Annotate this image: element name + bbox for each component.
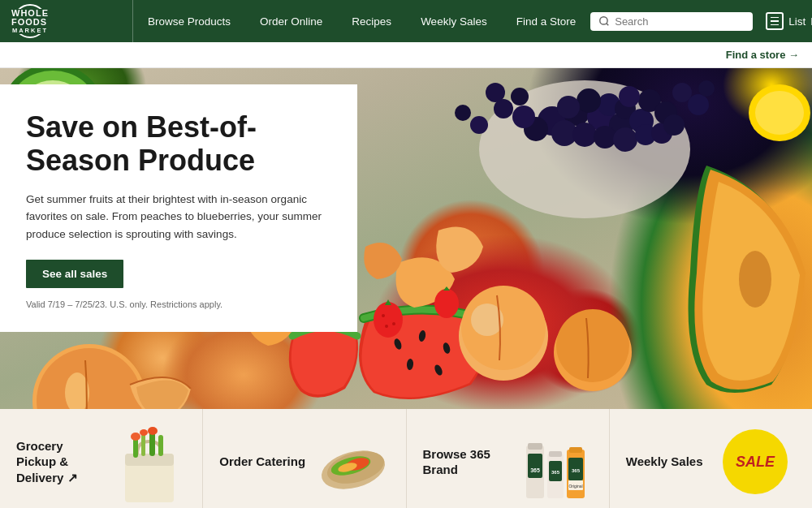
list-line-1 bbox=[771, 17, 779, 19]
svg-text:365: 365 bbox=[530, 467, 540, 473]
svg-rect-88 bbox=[569, 447, 582, 453]
nav-recipes[interactable]: Recipes bbox=[337, 0, 406, 42]
svg-point-19 bbox=[512, 105, 535, 128]
svg-rect-80 bbox=[528, 443, 542, 450]
svg-point-27 bbox=[698, 80, 715, 97]
nav-order-online[interactable]: Order Online bbox=[245, 0, 337, 42]
logo-area[interactable]: WHOLE FOODS MARKET bbox=[13, 0, 133, 42]
logo[interactable]: WHOLE FOODS MARKET bbox=[13, 4, 47, 38]
list-login-button[interactable]: List Login bbox=[759, 12, 812, 30]
svg-point-71 bbox=[148, 427, 158, 435]
svg-point-28 bbox=[470, 116, 488, 134]
svg-point-56 bbox=[392, 322, 395, 325]
wrap-illustration bbox=[317, 425, 390, 498]
list-line-3 bbox=[771, 24, 779, 26]
sale-badge: SALE bbox=[723, 429, 788, 494]
svg-rect-84 bbox=[549, 451, 562, 457]
hero-title: Save on Best-of-Season Produce bbox=[26, 110, 325, 178]
see-all-sales-button[interactable]: See all sales bbox=[26, 260, 123, 288]
list-lines-icon bbox=[771, 17, 779, 26]
card-browse-365[interactable]: Browse 365 Brand 365 365 365 O bbox=[407, 409, 610, 508]
svg-point-16 bbox=[613, 127, 637, 152]
search-icon bbox=[598, 15, 610, 27]
svg-point-15 bbox=[594, 126, 616, 149]
card-catering-label: Order Catering bbox=[219, 454, 305, 470]
svg-point-30 bbox=[486, 83, 505, 102]
card-grocery-pickup[interactable]: Grocery Pickup & Delivery ↗ bbox=[0, 409, 203, 508]
card-weekly-sales[interactable]: Weekly Sales SALE bbox=[610, 409, 812, 508]
svg-point-57 bbox=[385, 325, 388, 328]
card-catering-image bbox=[317, 425, 390, 498]
nav-browse-products[interactable]: Browse Products bbox=[133, 0, 245, 42]
nav-find-a-store[interactable]: Find a Store bbox=[502, 0, 591, 42]
list-icon bbox=[766, 12, 784, 30]
svg-point-0 bbox=[600, 17, 607, 24]
store-bar: Find a store → bbox=[0, 42, 812, 68]
svg-point-54 bbox=[374, 302, 403, 338]
hero-description: Get summer fruits at their brightest wit… bbox=[26, 191, 325, 243]
svg-rect-68 bbox=[158, 435, 163, 456]
svg-point-42 bbox=[755, 91, 804, 135]
svg-point-70 bbox=[140, 429, 148, 436]
svg-rect-67 bbox=[149, 432, 155, 456]
svg-point-55 bbox=[382, 314, 385, 317]
valid-text: Valid 7/19 – 7/25/23. U.S. only. Restric… bbox=[26, 299, 325, 309]
logo-text-sub: MARKET bbox=[12, 27, 48, 34]
main-header: WHOLE FOODS MARKET Browse Products Order… bbox=[0, 0, 812, 42]
products-illustration: 365 365 365 Original bbox=[520, 425, 593, 506]
card-365-image: 365 365 365 Original bbox=[520, 425, 593, 498]
svg-point-26 bbox=[688, 94, 709, 115]
svg-point-53 bbox=[556, 309, 629, 382]
card-grocery-label: Grocery Pickup & Delivery ↗ bbox=[16, 438, 105, 486]
svg-rect-66 bbox=[141, 433, 145, 456]
search-input[interactable] bbox=[615, 15, 745, 28]
svg-point-59 bbox=[434, 289, 459, 318]
svg-point-24 bbox=[511, 88, 529, 105]
svg-point-25 bbox=[672, 83, 692, 102]
svg-text:365: 365 bbox=[572, 468, 581, 473]
svg-rect-78 bbox=[528, 454, 542, 478]
svg-point-7 bbox=[577, 88, 601, 113]
svg-point-43 bbox=[739, 251, 771, 308]
header-right: List Login bbox=[590, 12, 812, 31]
logo-text-main: WHOLE FOODS bbox=[11, 9, 49, 27]
hero-content-box: Save on Best-of-Season Produce Get summe… bbox=[0, 84, 357, 332]
list-line-2 bbox=[771, 20, 779, 22]
find-store-link[interactable]: Find a store → bbox=[726, 49, 799, 61]
grocery-bag-illustration bbox=[113, 425, 186, 506]
card-sales-label: Weekly Sales bbox=[626, 454, 703, 470]
list-label: List bbox=[788, 15, 806, 28]
svg-point-61 bbox=[37, 348, 142, 409]
search-box[interactable] bbox=[590, 12, 753, 31]
cards-row: Grocery Pickup & Delivery ↗ Order Cateri… bbox=[0, 409, 812, 508]
nav-weekly-sales[interactable]: Weekly Sales bbox=[406, 0, 502, 42]
card-order-catering[interactable]: Order Catering bbox=[203, 409, 406, 508]
svg-point-12 bbox=[619, 86, 640, 107]
svg-rect-64 bbox=[125, 454, 174, 466]
find-store-text: Find a store → bbox=[726, 49, 799, 61]
svg-text:365: 365 bbox=[551, 470, 560, 475]
svg-point-8 bbox=[557, 96, 580, 118]
svg-point-29 bbox=[455, 105, 471, 121]
main-nav: Browse Products Order Online Recipes Wee… bbox=[133, 0, 590, 42]
svg-point-14 bbox=[572, 123, 597, 147]
card-365-label: Browse 365 Brand bbox=[423, 446, 512, 478]
svg-point-22 bbox=[663, 114, 685, 136]
svg-text:Original: Original bbox=[568, 484, 582, 489]
card-sales-image: SALE bbox=[723, 425, 796, 498]
svg-point-69 bbox=[131, 433, 140, 441]
card-grocery-image bbox=[113, 425, 186, 498]
hero-section: Save on Best-of-Season Produce Get summe… bbox=[0, 68, 812, 409]
